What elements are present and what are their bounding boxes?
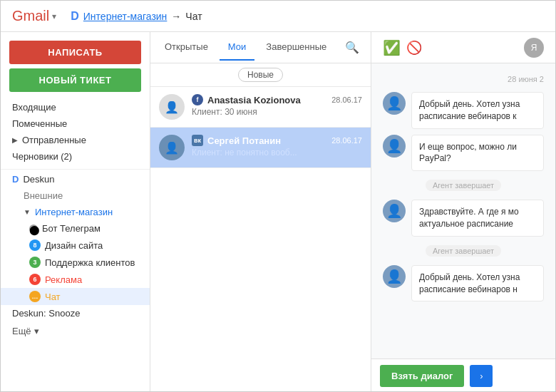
sidebar-item-chat[interactable]: … Чат — [1, 288, 150, 305]
right-panel-header: ✅ 🚫 Я — [371, 32, 555, 63]
compose-button[interactable]: НАПИСАТЬ — [9, 41, 141, 64]
sent-arrow-icon: ▶ — [12, 136, 18, 144]
drafts-label: Черновики (2) — [12, 151, 72, 162]
deskun-label: Deskun — [23, 174, 54, 185]
avatar-initial: 👤 — [165, 100, 179, 114]
middle-panel: Открытые Мои Завершенные 🔍 Новые 👤 — [150, 32, 371, 392]
agent-status-row: Агент завершает — [383, 242, 544, 259]
message-bubble: Здравствуйте. А где я мо актуальное расп… — [411, 200, 544, 237]
conv-name: f Anastasia Kozionova — [192, 94, 301, 105]
sidebar-item-internet-shop[interactable]: ▼ Интернет-магазин — [1, 204, 150, 220]
search-icon[interactable]: 🔍 — [339, 35, 365, 60]
message-bubble: Добрый день. Хотел узна расписание вебин… — [411, 265, 544, 302]
more-label: Ещё — [12, 326, 31, 336]
avatar-img: 👤 — [386, 203, 402, 219]
tab-open[interactable]: Открытые — [156, 34, 217, 61]
agent-status-label: Агент завершает — [426, 180, 501, 191]
breadcrumb-chat: Чат — [185, 11, 202, 22]
internet-shop-label: Интернет-магазин — [35, 207, 113, 217]
sidebar-item-snooze[interactable]: Deskun: Snooze — [1, 305, 150, 321]
message-row: 👤 Добрый день. Хотел узна расписание веб… — [383, 92, 544, 129]
conv-time: 28.06.17 — [331, 136, 362, 145]
right-panel-footer: Взять диалог › — [371, 359, 555, 392]
new-section-label: Новые — [150, 63, 371, 87]
message-row: 👤 Добрый день. Хотел узна расписание веб… — [383, 265, 544, 302]
breadcrumb-shop[interactable]: Интернет-магазин — [83, 11, 168, 22]
sent-label: Отправленные — [22, 135, 86, 145]
block-icon[interactable]: 🚫 — [406, 40, 422, 56]
sidebar-item-ads[interactable]: 6 Реклама — [1, 271, 150, 288]
conv-name-text: Anastasia Kozionova — [207, 95, 301, 105]
avatar: 👤 — [159, 94, 185, 120]
ads-icon: 6 — [29, 274, 41, 285]
conv-preview: Клиент: 30 июня — [192, 107, 362, 117]
agent-status-row: Агент завершает — [383, 177, 544, 194]
fb-icon: f — [192, 94, 203, 105]
conv-body: f Anastasia Kozionova 28.06.17 Клиент: 3… — [192, 94, 362, 117]
tabs-row: Открытые Мои Завершенные 🔍 — [150, 32, 371, 63]
right-panel: ✅ 🚫 Я 28 июня 2 👤 Добрый день. Хотел узн… — [371, 32, 555, 392]
new-ticket-button[interactable]: НОВЫЙ ТИКЕТ — [9, 68, 141, 92]
avatar-img: 👤 — [386, 96, 402, 111]
more-arrow-icon: ▾ — [34, 326, 39, 336]
avatar-img: 👤 — [386, 269, 402, 284]
design-label: Дизайн сайта — [45, 240, 103, 251]
message-avatar: 👤 — [383, 135, 406, 158]
message-row: 👤 И еще вопрос, можно ли PayPal? — [383, 135, 544, 172]
conv-name: вк Сергей Потанин — [192, 135, 281, 146]
bot-telegram-dot: ⬤ — [29, 225, 38, 233]
sidebar-item-sent[interactable]: ▶ Отправленные — [1, 132, 150, 148]
sidebar-item-deskun[interactable]: D Deskun — [1, 171, 150, 187]
gmail-text: Gmail — [12, 8, 49, 24]
conv-header: вк Сергей Потанин 28.06.17 — [192, 135, 362, 146]
conv-name-text: Сергей Потанин — [207, 135, 281, 146]
date-label: 28 июня 2 — [383, 75, 544, 83]
tab-mine[interactable]: Мои — [220, 34, 254, 61]
messages-area: 28 июня 2 👤 Добрый день. Хотел узна расп… — [371, 63, 555, 359]
chat-label: Чат — [45, 292, 61, 302]
sidebar-item-design[interactable]: 8 Дизайн сайта — [1, 237, 150, 254]
conversation-list: 👤 f Anastasia Kozionova 28.06.17 Клиент:… — [150, 87, 371, 392]
check-icon[interactable]: ✅ — [383, 39, 401, 56]
header-action-icons: ✅ 🚫 — [383, 39, 422, 56]
footer-action-button[interactable]: › — [470, 365, 493, 387]
take-dialog-button[interactable]: Взять диалог — [380, 365, 464, 387]
message-avatar: 👤 — [383, 265, 406, 288]
vk-icon: вк — [192, 135, 203, 146]
avatar-img: 👤 — [386, 138, 402, 154]
gmail-logo[interactable]: Gmail ▾ — [12, 8, 56, 24]
sidebar-item-drafts[interactable]: Черновики (2) — [1, 148, 150, 165]
message-bubble: И еще вопрос, можно ли PayPal? — [411, 135, 544, 172]
chat-icon: … — [29, 291, 41, 302]
message-bubble: Добрый день. Хотел узна расписание вебин… — [411, 92, 544, 129]
ads-label: Реклама — [45, 274, 82, 285]
deskun-d-icon: D — [71, 10, 79, 23]
sidebar-item-starred[interactable]: Помеченные — [1, 115, 150, 132]
message-avatar: 👤 — [383, 200, 406, 222]
tab-completed[interactable]: Завершенные — [257, 34, 335, 61]
conversation-item[interactable]: 👤 f Anastasia Kozionova 28.06.17 Клиент:… — [150, 87, 371, 128]
avatar: 👤 — [159, 135, 185, 160]
sidebar: НАПИСАТЬ НОВЫЙ ТИКЕТ Входящие Помеченные… — [1, 32, 150, 392]
main-layout: НАПИСАТЬ НОВЫЙ ТИКЕТ Входящие Помеченные… — [1, 32, 555, 392]
message-row: 👤 Здравствуйте. А где я мо актуальное ра… — [383, 200, 544, 237]
support-label: Поддержка клиентов — [45, 257, 135, 268]
conversation-item[interactable]: 👤 вк Сергей Потанин 28.06.17 Клиент: не … — [150, 128, 371, 168]
conv-body: вк Сергей Потанин 28.06.17 Клиент: не по… — [192, 135, 362, 158]
user-avatar: Я — [524, 38, 544, 58]
shop-arrow-icon: ▼ — [24, 208, 31, 216]
sidebar-item-inbox[interactable]: Входящие — [1, 99, 150, 115]
snooze-label: Deskun: Snooze — [12, 308, 80, 319]
new-badge: Новые — [238, 68, 283, 82]
agent-status-label: Агент завершает — [426, 245, 501, 257]
conv-time: 28.06.17 — [331, 96, 362, 104]
sidebar-more-button[interactable]: Ещё ▾ — [1, 321, 150, 341]
inbox-label: Входящие — [12, 102, 56, 113]
bot-telegram-label: Бот Телеграм — [42, 223, 101, 234]
sidebar-item-bot-telegram[interactable]: ⬤ Бот Телеграм — [1, 220, 150, 237]
sidebar-item-external[interactable]: Внешние — [1, 187, 150, 204]
design-icon: 8 — [29, 239, 41, 251]
sidebar-item-support[interactable]: 3 Поддержка клиентов — [1, 254, 150, 271]
conv-preview: Клиент: не понятно вооб... — [192, 148, 362, 158]
avatar-initial: 👤 — [165, 141, 179, 155]
